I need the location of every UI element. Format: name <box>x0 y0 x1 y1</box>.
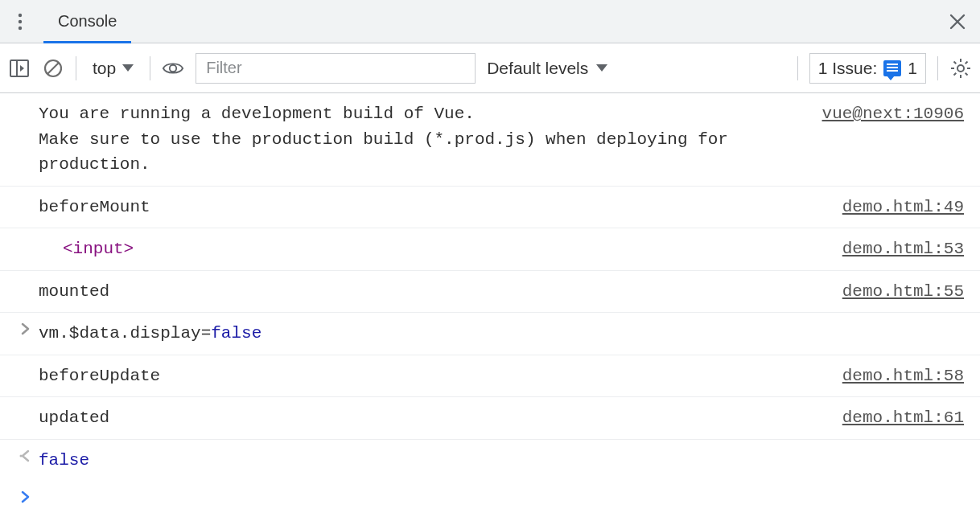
source-link[interactable]: vue@next:10906 <box>822 101 964 127</box>
devtools-tabbar: Console <box>0 0 980 43</box>
log-element[interactable]: <input> <box>39 236 826 262</box>
close-icon[interactable] <box>946 10 969 33</box>
source-link[interactable]: demo.html:55 <box>842 279 964 305</box>
context-label: top <box>93 59 116 78</box>
svg-point-2 <box>19 26 22 29</box>
issues-label: 1 Issue: <box>818 59 878 78</box>
issue-badge-icon <box>883 60 901 76</box>
filter-input[interactable] <box>196 53 476 84</box>
expr-keyword: false <box>211 324 261 343</box>
log-message: updated <box>39 405 826 431</box>
source-link[interactable]: demo.html:49 <box>842 195 964 220</box>
svg-line-6 <box>47 63 59 74</box>
tab-console[interactable]: Console <box>43 0 131 43</box>
console-toolbar: top Default levels 1 Issue: 1 <box>0 43 980 93</box>
log-message: beforeMount <box>39 195 826 220</box>
gutter <box>0 405 39 431</box>
chevron-down-icon <box>122 64 134 72</box>
tab-label: Console <box>58 12 117 31</box>
svg-rect-3 <box>10 60 28 76</box>
levels-label: Default levels <box>487 59 588 78</box>
prompt-row[interactable] <box>0 481 980 503</box>
result-value: false <box>39 448 964 474</box>
result-row: false <box>0 440 980 482</box>
gear-icon[interactable] <box>949 57 972 80</box>
svg-line-16 <box>966 61 968 64</box>
svg-line-15 <box>954 72 957 75</box>
log-levels-selector[interactable]: Default levels <box>487 59 786 78</box>
svg-point-0 <box>19 13 22 16</box>
source-link[interactable]: demo.html:53 <box>842 236 964 262</box>
log-row: beforeMount demo.html:49 <box>0 187 980 229</box>
context-selector[interactable]: top <box>88 59 138 78</box>
separator <box>76 56 76 80</box>
result-caret-icon <box>0 448 39 474</box>
clear-console-icon[interactable] <box>42 57 64 80</box>
svg-point-1 <box>19 19 22 23</box>
separator <box>937 56 938 80</box>
log-row: updated demo.html:61 <box>0 397 980 440</box>
separator <box>797 56 798 80</box>
input-expression: vm.$data.display=false <box>39 321 964 347</box>
log-message: mounted <box>39 279 826 305</box>
eye-icon[interactable] <box>162 57 184 80</box>
sidebar-toggle-icon[interactable] <box>8 57 31 80</box>
kebab-menu-icon[interactable] <box>6 8 34 35</box>
chevron-down-icon <box>596 64 607 72</box>
svg-point-7 <box>170 64 176 71</box>
input-row: vm.$data.display=false <box>0 313 980 355</box>
svg-point-17 <box>20 454 23 457</box>
log-message: You are running a development build of V… <box>39 101 806 178</box>
log-row: mounted demo.html:55 <box>0 271 980 314</box>
issues-button[interactable]: 1 Issue: 1 <box>809 53 926 84</box>
gutter <box>0 279 39 305</box>
log-message: beforeUpdate <box>39 363 826 389</box>
log-row: You are running a development build of V… <box>0 93 980 187</box>
log-row: <input> demo.html:53 <box>0 228 980 271</box>
input-caret-icon <box>0 321 39 347</box>
issues-count: 1 <box>908 59 917 78</box>
prompt-caret-icon <box>0 489 39 503</box>
log-row: beforeUpdate demo.html:58 <box>0 355 980 398</box>
result-keyword: false <box>39 451 89 470</box>
svg-line-14 <box>966 72 968 75</box>
source-link[interactable]: demo.html:58 <box>842 363 964 389</box>
gutter <box>0 101 39 178</box>
expr-text: vm.$data.display= <box>39 324 211 343</box>
prompt-input[interactable] <box>39 489 964 503</box>
svg-line-13 <box>954 61 957 64</box>
source-link[interactable]: demo.html:61 <box>842 405 964 431</box>
gutter <box>0 363 39 389</box>
svg-point-8 <box>957 65 964 72</box>
console-log: You are running a development build of V… <box>0 93 980 503</box>
gutter <box>0 195 39 220</box>
separator <box>150 56 150 80</box>
